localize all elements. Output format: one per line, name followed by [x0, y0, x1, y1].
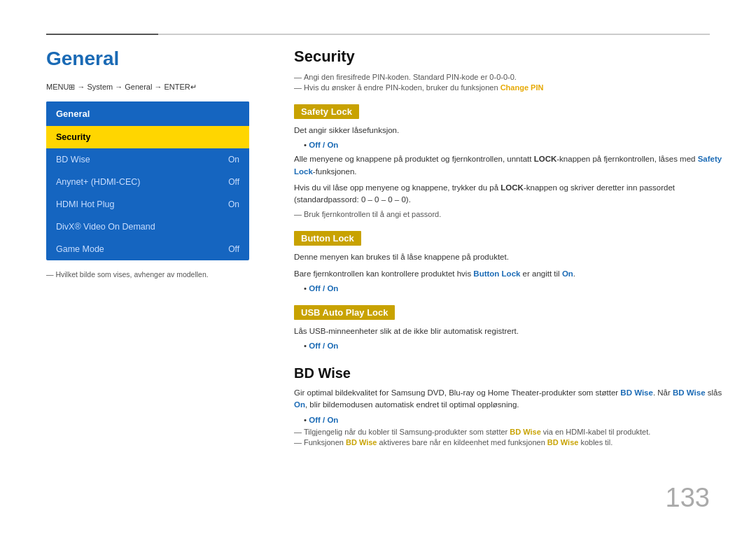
- bd-wise-title: BD Wise: [294, 365, 728, 381]
- menu-path: MENU⊞ → System → General → ENTER↵: [46, 83, 256, 92]
- sidebar-item-value: On: [228, 199, 239, 209]
- bd-wise-section: BD Wise Gir optimal bildekvalitet for Sa…: [294, 365, 728, 447]
- sidebar-item-value: Off: [228, 244, 239, 254]
- left-panel: General MENU⊞ → System → General → ENTER…: [46, 48, 256, 279]
- safety-lock-section: Safety Lock: [294, 104, 728, 119]
- usb-lock-desc1: Lås USB-minneenheter slik at de ikke bli…: [294, 325, 728, 337]
- sidebar-item-label: DivX® Video On Demand: [56, 222, 155, 232]
- safety-lock-note: Bruk fjernkontrollen til å angi et passo…: [294, 210, 728, 218]
- usb-lock-option: Off / On: [304, 342, 728, 350]
- sidebar-item-divx[interactable]: DivX® Video On Demand: [46, 216, 249, 238]
- sidebar-item-label: Anynet+ (HDMI-CEC): [56, 177, 141, 187]
- safety-lock-option: Off / On: [304, 141, 728, 149]
- sidebar-item-gamemode[interactable]: Game Mode Off: [46, 238, 249, 260]
- right-panel: Security Angi den firesifrede PIN-koden.…: [294, 48, 728, 449]
- sidebar-item-security[interactable]: Security: [46, 126, 249, 148]
- bd-wise-note2: Funksjonen BD Wise aktiveres bare når en…: [294, 438, 728, 447]
- sidebar-item-label: Security: [56, 132, 90, 142]
- bd-wise-option: Off / On: [304, 416, 728, 424]
- sidebar: General Security BD Wise On Anynet+ (HDM…: [46, 101, 249, 260]
- top-rule-accent: [46, 34, 158, 35]
- safety-lock-title: Safety Lock: [294, 104, 359, 119]
- section-title-security: Security: [294, 48, 728, 66]
- button-lock-title: Button Lock: [294, 231, 361, 246]
- safety-lock-desc1: Det angir sikker låsefunksjon.: [294, 125, 728, 136]
- button-lock-desc1: Denne menyen kan brukes til å låse knapp…: [294, 251, 728, 263]
- sidebar-item-hdmi-hotplug[interactable]: HDMI Hot Plug On: [46, 193, 249, 216]
- sidebar-item-value: On: [228, 155, 239, 164]
- button-lock-option: Off / On: [304, 284, 728, 293]
- page-number: 133: [666, 483, 710, 513]
- sidebar-item-label: Game Mode: [56, 244, 104, 254]
- left-footnote: Hvilket bilde som vises, avhenger av mod…: [46, 270, 256, 279]
- safety-lock-desc2: Alle menyene og knappene på produktet og…: [294, 153, 728, 178]
- usb-lock-section: USB Auto Play Lock: [294, 305, 728, 320]
- sidebar-item-anynet[interactable]: Anynet+ (HDMI-CEC) Off: [46, 171, 249, 193]
- bd-wise-note1: Tilgjengelig når du kobler til Samsung-p…: [294, 428, 728, 436]
- sidebar-item-value: Off: [228, 177, 239, 187]
- sidebar-header: General: [46, 101, 249, 126]
- change-pin-link[interactable]: Change PIN: [500, 83, 544, 92]
- security-note2: Hvis du ønsker å endre PIN-koden, bruker…: [294, 83, 728, 92]
- button-lock-desc2: Bare fjernkontrollen kan kontrollere pro…: [294, 268, 728, 280]
- sidebar-item-bdwise[interactable]: BD Wise On: [46, 148, 249, 171]
- sidebar-item-label: BD Wise: [56, 155, 90, 164]
- page-title: General: [46, 48, 256, 70]
- button-lock-section: Button Lock: [294, 231, 728, 246]
- safety-lock-desc3: Hvis du vil låse opp menyene og knappene…: [294, 182, 728, 206]
- usb-lock-title: USB Auto Play Lock: [294, 305, 395, 320]
- security-note1: Angi den firesifrede PIN-koden. Standard…: [294, 73, 728, 81]
- sidebar-item-label: HDMI Hot Plug: [56, 199, 114, 209]
- bd-wise-desc1: Gir optimal bildekvalitet for Samsung DV…: [294, 387, 728, 412]
